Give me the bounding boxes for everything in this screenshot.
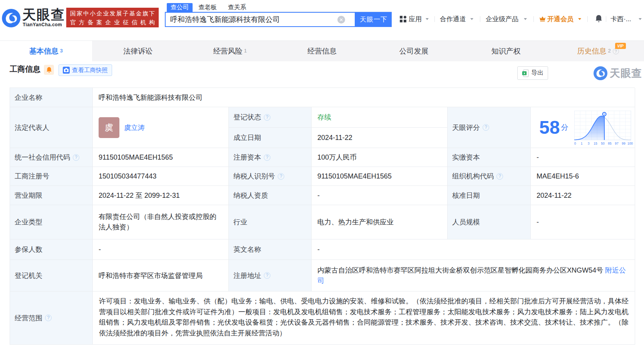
field-company-type-value: 有限责任公司（非自然人投资或控股的法人独资） bbox=[93, 205, 229, 239]
tab-count: 3 bbox=[60, 48, 63, 54]
legal-rep-link[interactable]: 虞立涛 bbox=[124, 123, 145, 133]
chevron-down-icon bbox=[524, 18, 527, 20]
svg-text:99: 99 bbox=[622, 141, 626, 145]
help-icon[interactable]: ? bbox=[45, 315, 52, 321]
field-company-name-value: 呼和浩特逸飞新能源科技有限公司 bbox=[93, 88, 635, 107]
field-english-name-value: - bbox=[312, 239, 635, 260]
clear-search-icon[interactable]: ✕ bbox=[337, 16, 345, 24]
help-icon[interactable]: ? bbox=[483, 124, 489, 131]
field-approval-date-label: 核准日期 bbox=[448, 186, 531, 205]
detail-nav-tabs: 基本信息 3 法律诉讼 经营风险 1 经营信息 公司发展 知识产权 历史信息 2… bbox=[0, 40, 644, 61]
search-input[interactable]: 呼和浩特逸飞新能源科技有限公司 bbox=[165, 12, 356, 27]
crown-icon bbox=[539, 16, 546, 22]
business-info-table: 企业名称 呼和浩特逸飞新能源科技有限公司 法定代表人 虞 虞立涛 登记状态? 存… bbox=[10, 88, 635, 345]
help-icon[interactable]: ? bbox=[73, 154, 79, 161]
field-org-code-label: 组织机构代码? bbox=[448, 167, 531, 186]
field-reg-number-value: 150105034477443 bbox=[93, 167, 229, 186]
tianyancha-logo-icon bbox=[594, 66, 607, 80]
field-reg-address-value: 内蒙古自治区呼和浩特市赛罕区阿拉坦大街金桥双创示范区星智孵化园商务办公区XNGW… bbox=[312, 260, 635, 291]
help-icon[interactable]: ? bbox=[264, 272, 270, 279]
svg-text:15: 15 bbox=[594, 141, 598, 145]
subscribe-bell-icon[interactable] bbox=[44, 65, 54, 75]
tab-business-info[interactable]: 经营信息 bbox=[276, 41, 368, 61]
chevron-down-icon bbox=[578, 18, 581, 20]
help-icon[interactable]: ? bbox=[264, 154, 270, 161]
chevron-down-icon bbox=[426, 18, 429, 20]
tab-count: 2 bbox=[608, 48, 610, 54]
field-tyc-score-value[interactable]: 58 分 0 1 3 15 bbox=[531, 107, 635, 148]
field-company-type-label: 企业类型 bbox=[10, 205, 93, 239]
field-establish-date-label: 成立日期 bbox=[229, 128, 312, 148]
field-paid-capital-value: - bbox=[531, 148, 635, 167]
field-insured-count-value: - bbox=[93, 239, 229, 260]
field-tyc-score-label: 天眼评分? bbox=[448, 107, 531, 148]
field-reg-authority-label: 登记机关 bbox=[10, 260, 93, 291]
excel-icon: X bbox=[522, 69, 529, 77]
username[interactable]: 卡西·... bbox=[610, 15, 631, 24]
field-legal-rep-label: 法定代表人 bbox=[10, 107, 93, 148]
tianyancha-logo-icon[interactable] bbox=[2, 9, 20, 27]
svg-text:1: 1 bbox=[581, 141, 583, 145]
help-icon[interactable]: ? bbox=[278, 173, 284, 180]
help-icon[interactable]: ? bbox=[496, 173, 503, 180]
logo-title[interactable]: 天眼查 bbox=[22, 8, 65, 22]
tab-intellectual-property[interactable]: 知识产权 bbox=[460, 41, 552, 61]
field-business-term-label: 营业期限 bbox=[10, 186, 93, 205]
score-unit: 分 bbox=[561, 123, 568, 133]
field-credit-code-value: 91150105MAE4EH1565 bbox=[93, 148, 229, 167]
search-button[interactable]: 天眼一下 bbox=[356, 12, 392, 27]
badge-line1: 国家中小企业发展子基金旗下 bbox=[70, 9, 155, 18]
field-establish-date-value: 2024-11-22 bbox=[312, 128, 448, 148]
legal-rep-avatar[interactable]: 虞 bbox=[99, 117, 119, 138]
chevron-down-icon bbox=[639, 18, 642, 20]
camera-icon bbox=[63, 67, 70, 74]
tab-history-info[interactable]: 历史信息 2 ? VIP bbox=[552, 41, 644, 61]
notification-bell-icon[interactable] bbox=[595, 15, 602, 22]
menu-divider bbox=[533, 16, 534, 22]
field-staff-size-value: - bbox=[531, 205, 635, 239]
search-tab-company[interactable]: 查公司 bbox=[167, 3, 193, 12]
menu-vip-upgrade[interactable]: 开通会员 bbox=[547, 15, 574, 24]
tab-business-risk[interactable]: 经营风险 1 bbox=[184, 41, 276, 61]
export-button[interactable]: X 导出 bbox=[517, 66, 548, 80]
tab-legal-proceedings[interactable]: 法律诉讼 bbox=[92, 41, 184, 61]
field-business-term-value: 2024-11-22 至 2099-12-31 bbox=[93, 186, 229, 205]
search-tab-relation[interactable]: 查关系 bbox=[226, 3, 248, 12]
section-title: 工商信息 bbox=[10, 64, 40, 74]
chevron-down-icon bbox=[470, 18, 473, 20]
svg-text:50: 50 bbox=[601, 141, 605, 145]
help-icon[interactable]: ? bbox=[264, 114, 270, 121]
tab-count: 1 bbox=[244, 48, 247, 54]
tab-company-development[interactable]: 公司发展 bbox=[368, 41, 460, 61]
field-credit-code-label: 统一社会信用代码? bbox=[10, 148, 93, 167]
search-tab-boss[interactable]: 查老板 bbox=[196, 3, 220, 12]
svg-text:85: 85 bbox=[608, 141, 612, 145]
menu-cooperation[interactable]: 合作通道 bbox=[440, 15, 466, 24]
field-industry-value: 电力、热力生产和供应业 bbox=[312, 205, 448, 239]
field-reg-number-label: 工商注册号 bbox=[10, 167, 93, 186]
score-distribution-chart: 0 1 3 15 50 85 97 99 100 bbox=[574, 111, 633, 146]
field-staff-size-label: 人员规模 bbox=[448, 205, 531, 239]
menu-apps[interactable]: 应用 bbox=[409, 15, 422, 24]
search-input-value: 呼和浩特逸飞新能源科技有限公司 bbox=[170, 15, 280, 25]
field-approval-date-value: 2024-11-22 bbox=[531, 186, 635, 205]
field-legal-rep-value: 虞 虞立涛 bbox=[93, 107, 229, 148]
menu-enterprise-products[interactable]: 企业级产品 bbox=[486, 15, 518, 24]
svg-text:97: 97 bbox=[615, 141, 619, 145]
field-reg-capital-value: 100万人民币 bbox=[312, 148, 448, 167]
field-taxpayer-id-label: 纳税人识别号? bbox=[229, 167, 312, 186]
field-org-code-value: MAE4EH15-6 bbox=[531, 167, 635, 186]
vip-badge: VIP bbox=[615, 43, 626, 49]
field-business-scope-label: 经营范围? bbox=[10, 291, 93, 345]
field-taxpayer-quality-label: 纳税人资质 bbox=[229, 186, 312, 205]
menu-divider bbox=[480, 16, 480, 22]
tab-basic-info[interactable]: 基本信息 3 bbox=[0, 41, 92, 61]
field-paid-capital-label: 实缴资本 bbox=[448, 148, 531, 167]
field-industry-label: 行业 bbox=[229, 205, 312, 239]
view-snapshot-button[interactable]: 查看工商快照 bbox=[59, 64, 112, 76]
menu-divider bbox=[434, 16, 435, 22]
field-reg-authority-value: 呼和浩特市赛罕区市场监督管理局 bbox=[93, 260, 229, 291]
field-company-name-label: 企业名称 bbox=[10, 88, 93, 107]
certification-badge: 国家中小企业发展子基金旗下 官方备案企业征信机构 bbox=[66, 8, 159, 27]
svg-text:0: 0 bbox=[574, 141, 576, 145]
